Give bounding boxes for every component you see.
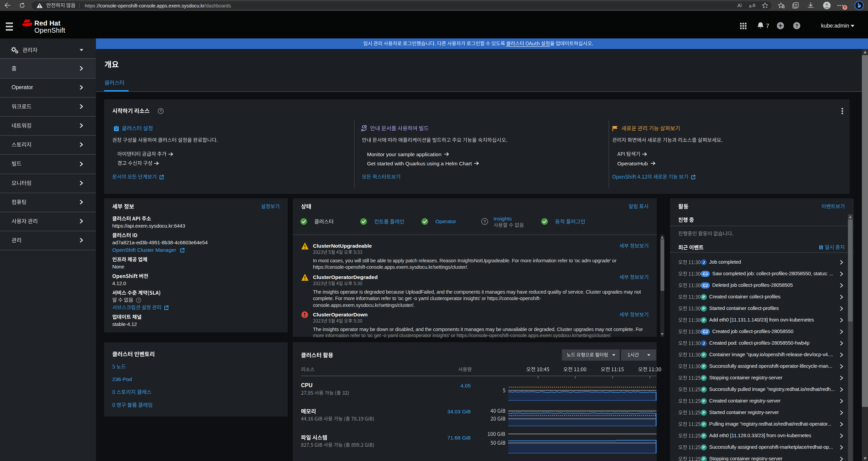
svg-text:CJ: CJ: [703, 330, 707, 334]
svg-text:P: P: [702, 295, 705, 299]
svg-text:P: P: [702, 388, 705, 392]
svg-text:P: P: [702, 399, 705, 403]
svg-text:P: P: [702, 457, 705, 461]
svg-text:?: ?: [160, 109, 162, 113]
svg-text:J: J: [703, 260, 705, 264]
svg-text:?: ?: [138, 298, 140, 302]
svg-text:P: P: [702, 353, 705, 357]
svg-text:P: P: [702, 307, 705, 311]
svg-text:J: J: [703, 341, 705, 345]
svg-text:P: P: [702, 422, 705, 426]
svg-text:A): A): [737, 2, 742, 8]
svg-text:CJ: CJ: [703, 272, 707, 276]
svg-text:P: P: [702, 445, 705, 449]
svg-text:P: P: [702, 364, 705, 368]
svg-text:P: P: [702, 411, 705, 415]
svg-text:a: a: [749, 3, 752, 9]
svg-text:P: P: [702, 376, 705, 380]
svg-text:?: ?: [795, 23, 798, 29]
svg-text:P: P: [702, 318, 705, 322]
svg-text:CJ: CJ: [703, 283, 707, 287]
svg-text:P: P: [702, 434, 705, 438]
svg-text:?: ?: [483, 219, 486, 224]
